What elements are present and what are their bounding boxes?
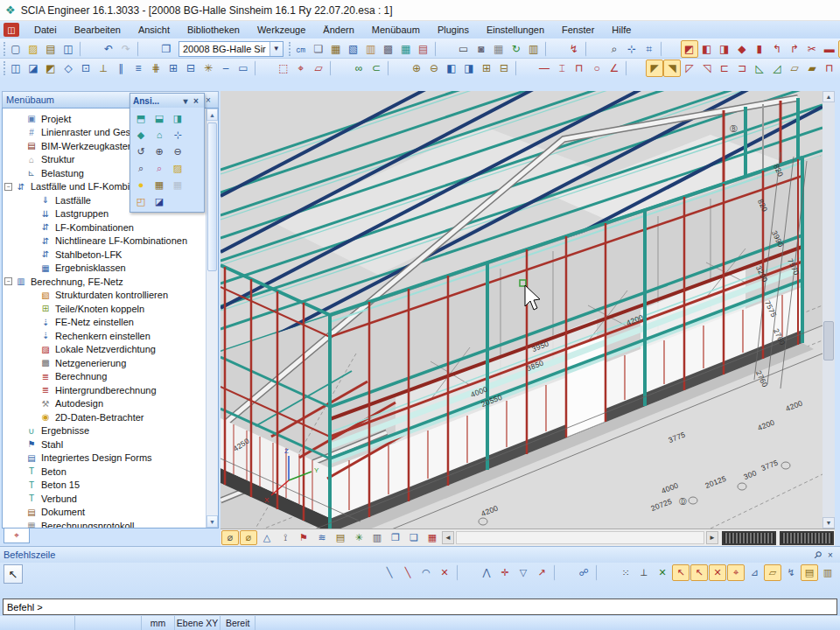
render-wire-toggle[interactable]: ⌀	[221, 530, 239, 545]
label-member-button[interactable]: ◪	[24, 60, 42, 77]
scroll-down-icon[interactable]: ▼	[206, 515, 218, 528]
node-edit-button[interactable]: ◧	[698, 40, 716, 58]
menu-bibliotheken[interactable]: Bibliotheken	[179, 23, 248, 37]
tree-expand-toggle[interactable]	[15, 440, 23, 448]
toolbar-grip[interactable]	[4, 42, 5, 56]
calc-protocol-button[interactable]: ▦	[490, 40, 508, 58]
shrink-sel-button[interactable]: ⊟	[495, 60, 513, 77]
expand-sel-button[interactable]: ⊞	[478, 60, 495, 77]
snap-mode-4[interactable]: ⌖	[727, 564, 745, 581]
snap-cursor[interactable]: ☍	[575, 564, 592, 581]
window-view-1[interactable]: ❐	[387, 530, 404, 545]
add-selection-button[interactable]: ⊕	[408, 60, 425, 77]
node-move-button[interactable]: ◨	[716, 40, 733, 58]
layers-button[interactable]: ❏	[310, 40, 327, 58]
plane-button[interactable]: ▱	[786, 60, 803, 77]
tree-expand-toggle[interactable]	[29, 359, 37, 367]
view-z-button[interactable]: ◨	[169, 110, 186, 126]
tree-item-2d-daten-betrachter[interactable]: ◉ 2D-Daten-Betrachter	[3, 410, 206, 424]
regenerate-button[interactable]: ↻	[508, 40, 525, 58]
snap-mode-2[interactable]: ↖	[690, 564, 708, 581]
document-button[interactable]: ▥	[525, 40, 542, 58]
join-button[interactable]: ▬	[821, 40, 838, 58]
snap-arc[interactable]: ◠	[417, 564, 435, 581]
toolbar-grip[interactable]	[4, 61, 5, 75]
scroll-down-icon[interactable]: ▼	[822, 517, 835, 528]
tree-expand-toggle[interactable]	[29, 400, 37, 408]
tree-scrollbar[interactable]: ▲ ▼	[206, 108, 218, 528]
tree-item-integriertes-design-forms[interactable]: ▤ Integriertes Design Forms	[3, 452, 206, 466]
render-solid-toggle[interactable]: ⌀	[240, 530, 257, 545]
cut-button[interactable]: ✂	[803, 40, 821, 58]
command-input[interactable]	[3, 598, 837, 615]
show-nodes-toggle[interactable]: △	[258, 530, 276, 545]
tree-item-lokale-netzverdichtung[interactable]: ▨ Lokale Netzverdichtung	[3, 343, 206, 357]
tree-expand-toggle[interactable]	[29, 264, 37, 272]
grid-view-toggle[interactable]: ▦	[424, 530, 441, 545]
zoom-selection-button[interactable]: ⌕	[150, 160, 168, 176]
show-supports-toggle[interactable]: ⟟	[276, 530, 294, 545]
tree-item-ergebnisse[interactable]: ∪ Ergebnisse	[3, 424, 206, 438]
snap-line-1[interactable]: ╲	[381, 564, 398, 581]
ortho-toggle[interactable]: ⟂	[635, 564, 653, 581]
tree-expand-toggle[interactable]: −	[4, 277, 12, 285]
snap-tri[interactable]: ▽	[514, 564, 532, 581]
scroll-left-icon[interactable]: ◄	[442, 531, 454, 544]
label-load-button[interactable]: ◇	[60, 60, 77, 77]
menu-ansicht[interactable]: Ansicht	[130, 23, 178, 37]
chain-button[interactable]: ∞	[350, 60, 368, 77]
zoom-out-button[interactable]: ⊖	[169, 144, 186, 159]
draw-frame-button[interactable]: ⊓	[570, 60, 588, 77]
snap-list[interactable]: ▥	[819, 564, 836, 581]
toolbar-grip[interactable]	[289, 42, 290, 56]
viewport-vscrollbar-thumb[interactable]	[823, 321, 834, 360]
clipboard-button[interactable]: ▥	[362, 40, 380, 58]
view-y-button[interactable]: ⬓	[150, 110, 168, 126]
tree-expand-toggle[interactable]	[29, 346, 37, 354]
corner-bl-button[interactable]: ◺	[751, 60, 768, 77]
screenshot-button[interactable]: ◙	[472, 40, 490, 58]
tree-item-stahlbeton-lfk[interactable]: ⇵ Stahlbeton-LFK	[3, 248, 206, 262]
snap-line-2[interactable]: ╲	[399, 564, 416, 581]
snap-mode-6[interactable]: ▱	[764, 564, 781, 581]
tree-expand-toggle[interactable]	[15, 494, 23, 502]
snap-vector[interactable]: ↗	[533, 564, 550, 581]
light-button[interactable]: ●	[132, 177, 150, 192]
snap-clear[interactable]: ✕	[654, 564, 671, 581]
copy-prop-button[interactable]: ◧	[443, 60, 460, 77]
tree-item-ergebnisklassen[interactable]: ▦ Ergebnisklassen	[3, 262, 206, 276]
tree-item-rechenkern[interactable]: ⇣ Rechenkern einstellen	[3, 329, 206, 343]
perp-button[interactable]: ⟂	[94, 60, 112, 77]
scroll-right-icon[interactable]: ►	[706, 531, 718, 544]
menu-fenster[interactable]: Fenster	[554, 23, 602, 37]
select-cursor-button[interactable]: ⌖	[292, 60, 310, 77]
view-palette-header[interactable]: Ansi... ▾ ×	[130, 94, 204, 108]
tree-expand-toggle[interactable]	[29, 291, 37, 299]
show-labels-toggle[interactable]: ⚑	[295, 530, 312, 545]
new-project-button[interactable]: ▢	[7, 40, 24, 58]
show-doc-toggle[interactable]: ▥	[368, 530, 386, 545]
tree-item-berechnungsprotokoll[interactable]: ▦ Berechnungsprotokoll	[3, 519, 206, 528]
rotate-transform-button[interactable]: ↯	[565, 40, 583, 58]
project-combo[interactable]: 20008 BG-Halle Sir ▼	[178, 41, 284, 57]
units-toggle-button[interactable]: ㎝	[292, 40, 310, 58]
corner-tl-button[interactable]: ◤	[646, 60, 663, 77]
tree-expand-toggle[interactable]	[15, 522, 23, 528]
tree-expand-toggle[interactable]	[15, 156, 23, 164]
show-axes-toggle[interactable]: ✳	[350, 530, 368, 545]
undo-button[interactable]: ↶	[100, 40, 117, 58]
window-view-2[interactable]: ❏	[405, 530, 423, 545]
tree-item-teile-knoten[interactable]: ⊞ Teile/Knoten koppeln	[3, 302, 206, 316]
sidebar-tab-menubaum[interactable]: ⌖	[4, 528, 30, 543]
tree-scrollbar-thumb[interactable]	[207, 122, 217, 271]
star-snap-button[interactable]: ✳	[200, 60, 217, 77]
view-axo-button[interactable]: ◆	[132, 127, 150, 143]
tree-expand-toggle[interactable]	[15, 427, 23, 435]
tree-item-strukturdaten[interactable]: ▧ Strukturdaten kontrollieren	[3, 289, 206, 303]
close-icon[interactable]: ×	[191, 94, 201, 107]
redo-button[interactable]: ↷	[117, 40, 135, 58]
bracket-open-button[interactable]: ⊓	[821, 60, 838, 77]
label-dim-button[interactable]: ⊡	[77, 60, 94, 77]
coord-view-button[interactable]: ⊹	[169, 127, 186, 143]
zoom-window-button[interactable]: ⌕	[132, 160, 150, 176]
